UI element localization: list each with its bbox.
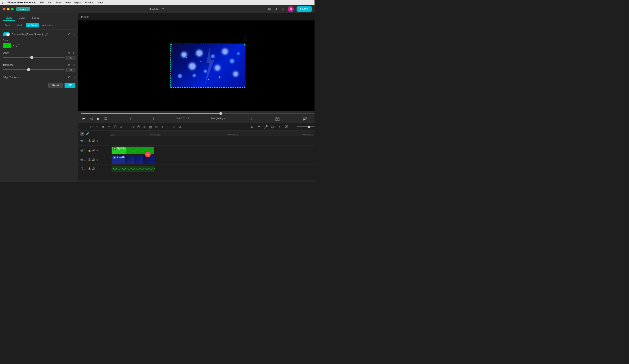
menu-edit[interactable]: Edit	[48, 1, 52, 4]
timeline-thumb-icon[interactable]: 🖼	[283, 124, 289, 130]
bracket-start[interactable]: {	[130, 117, 131, 120]
cut-tool[interactable]: ✂	[106, 124, 112, 130]
menu-view[interactable]: View	[65, 1, 71, 4]
timeline-mic-icon[interactable]: 🎤	[263, 124, 268, 130]
tolerance-reset-icon[interactable]: ↺	[68, 63, 71, 67]
playhead-marker[interactable]: ✂	[145, 152, 151, 157]
progress-bar[interactable]	[81, 113, 314, 114]
step-back-button[interactable]: ⏮	[81, 116, 87, 121]
timeline-scrollbar[interactable]	[78, 180, 314, 182]
offset-keyframe-icon[interactable]: ◇	[73, 51, 75, 54]
menu-window[interactable]: Window	[85, 1, 94, 4]
color-swatch[interactable]	[3, 43, 11, 48]
sub-tab-ai-tools[interactable]: AI Tools	[26, 23, 39, 27]
rotate-tool[interactable]: ↺	[177, 124, 183, 130]
track-v2-vol-icon[interactable]: 🔊	[92, 149, 95, 152]
reset-icon[interactable]: ↺	[68, 32, 71, 36]
reset-button[interactable]: Reset	[48, 83, 63, 88]
maximize-button[interactable]	[11, 8, 14, 10]
chroma-key-info-icon[interactable]: ?	[45, 33, 48, 36]
timeline-settings-icon[interactable]: ⚙	[249, 124, 255, 130]
pan-tool[interactable]: ⊕	[171, 124, 177, 130]
track-v1-lock-icon[interactable]: 🔓	[88, 158, 91, 161]
track-v3-lock-icon[interactable]: 🔓	[88, 139, 91, 142]
tab-video[interactable]: Video	[3, 15, 15, 21]
quality-select[interactable]: Full Quality ▾	[211, 117, 226, 120]
keyframe-icon[interactable]: ◇	[73, 32, 75, 36]
corner-handle-bl[interactable]	[170, 87, 172, 88]
tab-color[interactable]: Color	[16, 15, 28, 21]
stabilize-tool[interactable]: ▦	[148, 124, 153, 130]
ok-button[interactable]: OK	[65, 83, 75, 88]
track-a1-vol-icon[interactable]: 🔊	[92, 167, 95, 170]
menu-tools[interactable]: Tools	[56, 1, 62, 4]
volume-button[interactable]: 🔊	[302, 116, 308, 121]
sub-tab-animation[interactable]: Animation	[40, 23, 56, 27]
mask-tool[interactable]: ⋄	[159, 124, 165, 130]
apple-menu[interactable]: 	[2, 1, 3, 4]
track-v3-vol-icon[interactable]: 🔊	[92, 139, 95, 142]
link-track-button[interactable]: 🔗	[86, 132, 90, 136]
color-chevron-icon[interactable]: ▾	[13, 44, 14, 47]
progress-thumb[interactable]	[219, 112, 222, 115]
offset-reset-icon[interactable]: ↺	[68, 51, 71, 54]
undo-tool[interactable]: ↩	[89, 124, 94, 130]
edge-thickness-reset-icon[interactable]: ↺	[68, 75, 71, 79]
sub-tab-mask[interactable]: Mask	[14, 23, 25, 27]
snapshot-button[interactable]: 📷	[275, 116, 280, 121]
play-button[interactable]: ▶	[96, 116, 101, 121]
zoom-out-icon[interactable]: −	[290, 124, 296, 130]
tolerance-keyframe-icon[interactable]: ◇	[73, 63, 75, 67]
eyedropper-icon[interactable]: 🖊	[16, 44, 19, 47]
tab-speed[interactable]: Speed	[29, 15, 42, 21]
motion-tool[interactable]: ⊕	[142, 124, 147, 130]
minimize-button[interactable]	[7, 8, 9, 10]
timeline-effects-icon[interactable]: ✦	[277, 124, 282, 130]
layout-icon[interactable]: ⊞	[268, 7, 272, 11]
bracket-end[interactable]: }	[153, 117, 154, 120]
track-v1-eye-icon[interactable]: 👁	[96, 159, 99, 161]
grid-icon[interactable]: ⊞	[281, 7, 285, 11]
crop-tool[interactable]: ⊡	[130, 124, 136, 130]
mute-tool[interactable]: ⊘	[118, 124, 124, 130]
track-a1-lock-icon[interactable]: 🔓	[88, 167, 91, 170]
delete-tool[interactable]: 🗑	[100, 124, 106, 130]
speed-tool[interactable]: ⏱	[136, 124, 141, 130]
corner-handle-tr[interactable]	[244, 44, 245, 45]
frame-back-button[interactable]: ◁	[88, 116, 94, 121]
tolerance-value[interactable]: 51	[66, 68, 75, 72]
split-tool[interactable]: ⊞	[80, 124, 86, 130]
offset-slider[interactable]	[3, 57, 65, 58]
track-v2-eye-icon[interactable]: 👁	[96, 149, 99, 152]
menu-export[interactable]: Export	[74, 1, 82, 4]
avatar[interactable]: U	[288, 6, 294, 12]
fullscreen-button[interactable]: ⛶	[247, 116, 253, 121]
add-track-button[interactable]: +	[80, 132, 84, 136]
chroma-key-toggle[interactable]	[3, 32, 10, 36]
track-v2-lock-icon[interactable]: 🔓	[88, 149, 91, 152]
offset-value[interactable]: 20	[66, 56, 75, 60]
close-button[interactable]	[3, 8, 5, 10]
zoom-thumb[interactable]	[308, 126, 310, 128]
redo-tool[interactable]: ↪	[95, 124, 100, 130]
stop-button[interactable]: □	[103, 116, 108, 121]
playhead[interactable]: ✂	[148, 136, 148, 173]
track-v1-vol-icon[interactable]: 🔊	[92, 158, 95, 161]
text-tool[interactable]: T	[124, 124, 130, 130]
color-tool[interactable]: ⊡	[165, 124, 171, 130]
audio-detach-tool[interactable]: 🎵	[112, 124, 118, 130]
menu-help[interactable]: Help	[98, 1, 103, 4]
edge-thickness-keyframe-icon[interactable]: ◇	[73, 75, 75, 79]
menu-file[interactable]: File	[40, 1, 44, 4]
download-icon[interactable]: ⬇	[274, 7, 278, 11]
timeline-flag-icon[interactable]: ⚑	[256, 124, 262, 130]
timeline-voiceover-icon[interactable]: ◎	[270, 124, 275, 130]
tolerance-slider[interactable]	[3, 69, 65, 70]
sub-tab-basic[interactable]: Basic	[3, 23, 13, 27]
export-button[interactable]: Export	[297, 6, 312, 12]
transform-tool[interactable]: ⊞	[154, 124, 159, 130]
track-v3-eye-icon[interactable]: 👁	[96, 140, 99, 142]
zoom-slider[interactable]	[297, 126, 314, 127]
corner-handle-br[interactable]	[244, 87, 245, 88]
import-button[interactable]: Import	[16, 7, 30, 11]
